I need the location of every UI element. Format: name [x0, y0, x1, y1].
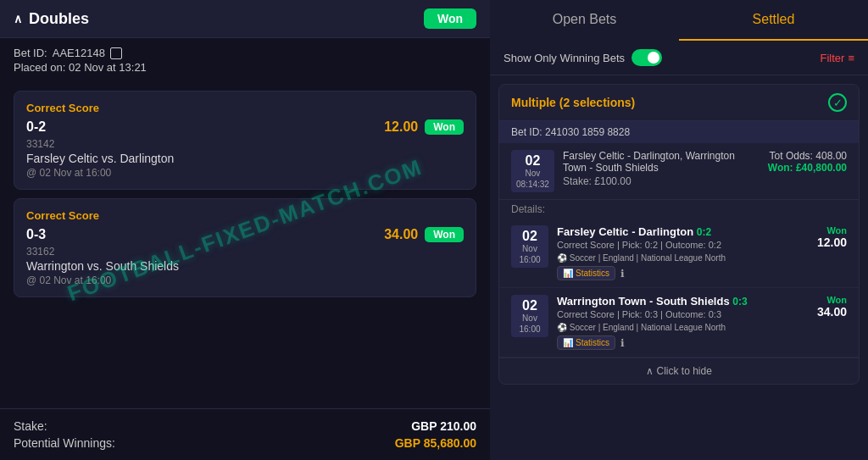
- bet-summary-row: 02 Nov 08:14:32 Farsley Celtic - Darling…: [499, 143, 859, 200]
- detail-row-2: 02 Nov 16:00 Warrington Town - South Shi…: [499, 288, 859, 357]
- card2-type: Correct Score: [26, 209, 464, 222]
- card1-ref: 33142: [26, 138, 464, 150]
- potential-row: Potential Winnings: GBP 85,680.00: [14, 436, 476, 450]
- summary-date-time: 08:14:32: [516, 180, 549, 189]
- bet-card-1: Correct Score 0-2 12.00 Won 33142 Farsle…: [14, 91, 476, 190]
- bar-chart-icon-2: 📊: [563, 338, 573, 347]
- multiple-label: Multiple (2 selections): [511, 96, 635, 109]
- stake-row: Stake: GBP 210.00: [14, 419, 476, 433]
- detail1-sub: Correct Score | Pick: 0:2 | Outcome: 0:2: [557, 240, 796, 250]
- card1-date: @ 02 Nov at 16:00: [26, 167, 464, 179]
- doubles-label: Doubles: [29, 10, 89, 28]
- won-amount: Won: £40,800.00: [754, 162, 847, 174]
- bet-id-bar: Bet ID: 241030 1859 8828: [499, 121, 859, 143]
- detail2-buttons: 📊 Statistics ℹ: [557, 335, 796, 350]
- detail2-info-icon[interactable]: ℹ: [620, 337, 625, 349]
- detail1-tags: ⚽ Soccer | England | National League Nor…: [557, 253, 796, 263]
- detail1-date-box: 02 Nov 16:00: [511, 225, 548, 268]
- tot-odds-value: 408.00: [815, 150, 847, 162]
- copy-icon[interactable]: [110, 47, 122, 59]
- bet-id-label: Bet ID:: [14, 47, 47, 59]
- detail1-info-icon[interactable]: ℹ: [620, 268, 625, 280]
- potential-value: GBP 85,680.00: [395, 436, 476, 450]
- tabs-row: Open Bets Settled: [490, 0, 868, 41]
- card1-type: Correct Score: [26, 102, 464, 114]
- tot-odds: Tot Odds: 408.00 Won: £40,800.00: [754, 150, 847, 174]
- card2-ref: 33162: [26, 246, 464, 258]
- detail2-teams: Warrington Town - South Shields 0:3: [557, 295, 796, 308]
- detail2-date-box: 02 Nov 16:00: [511, 295, 548, 337]
- detail1-sport-tags: ⚽ Soccer | England | National League Nor…: [557, 253, 726, 263]
- bet-summary-info: Farsley Celtic - Darlington, Warrington …: [563, 150, 745, 187]
- detail1-odds: Won 12.00: [804, 225, 847, 249]
- card1-odds: 12.00: [384, 119, 418, 135]
- detail1-time: 16:00: [516, 255, 543, 264]
- detail1-day: 02: [516, 229, 543, 244]
- potential-label: Potential Winnings:: [14, 436, 115, 450]
- card1-main-row: 0-2 12.00 Won: [26, 119, 464, 135]
- filter-label: Filter: [821, 52, 845, 64]
- doubles-title: ∧ Doubles: [14, 10, 89, 28]
- detail2-stats-button[interactable]: 📊 Statistics: [557, 335, 615, 350]
- check-icon: ✓: [828, 93, 847, 112]
- bet-cards: Correct Score 0-2 12.00 Won 33142 Farsle…: [0, 82, 490, 408]
- detail2-won: Won: [804, 295, 847, 305]
- detail2-odds: Won 34.00: [804, 295, 847, 319]
- tab-settled[interactable]: Settled: [679, 0, 868, 41]
- summary-date-month: Nov: [516, 169, 549, 178]
- stake-label: Stake:: [14, 419, 47, 433]
- card1-odds-won: 12.00 Won: [384, 119, 464, 135]
- show-winning-label: Show Only Winning Bets: [504, 52, 625, 64]
- summary-date-box: 02 Nov 08:14:32: [511, 150, 554, 192]
- placed-on-line: Placed on: 02 Nov at 13:21: [14, 61, 476, 74]
- bottom-summary: Stake: GBP 210.00 Potential Winnings: GB…: [0, 408, 490, 460]
- bet-block: Multiple (2 selections) ✓ Bet ID: 241030…: [498, 84, 860, 385]
- details-label: Details:: [499, 200, 859, 219]
- detail2-sport-tags: ⚽ Soccer | England | National League Nor…: [557, 323, 726, 332]
- winning-toggle[interactable]: [632, 49, 662, 66]
- detail2-sub: Correct Score | Pick: 0:3 | Outcome: 0:3: [557, 309, 796, 319]
- detail2-info: Warrington Town - South Shields 0:3 Corr…: [557, 295, 796, 350]
- detail1-teams: Farsley Celtic - Darlington 0:2: [557, 225, 796, 238]
- card2-score: 0-3: [26, 227, 46, 242]
- won-value: £40,800.00: [796, 162, 847, 174]
- bar-chart-icon: 📊: [563, 269, 573, 278]
- tot-odds-label-text: Tot Odds:: [770, 150, 813, 162]
- detail1-stats-button[interactable]: 📊 Statistics: [557, 266, 615, 280]
- won-badge: Won: [424, 8, 476, 29]
- placed-on-label: Placed on:: [14, 61, 65, 74]
- tab-open-bets[interactable]: Open Bets: [490, 0, 679, 41]
- bet-id-value: AAE12148: [53, 47, 105, 59]
- card1-won-badge: Won: [425, 119, 464, 135]
- right-panel: Open Bets Settled Show Only Winning Bets…: [490, 0, 868, 460]
- filter-button[interactable]: Filter ≡: [821, 52, 854, 64]
- click-to-hide[interactable]: ∧ Click to hide: [499, 357, 859, 384]
- filter-bar: Show Only Winning Bets Filter ≡: [490, 41, 868, 75]
- card2-odds-won: 34.00 Won: [384, 227, 464, 242]
- summary-teams: Farsley Celtic - Darlington, Warrington …: [563, 150, 745, 174]
- detail-row-1: 02 Nov 16:00 Farsley Celtic - Darlington…: [499, 219, 859, 288]
- detail2-time: 16:00: [516, 324, 543, 334]
- card2-main-row: 0-3 34.00 Won: [26, 227, 464, 242]
- summary-stake: Stake: £100.00: [563, 175, 745, 187]
- detail2-tags: ⚽ Soccer | England | National League Nor…: [557, 323, 796, 332]
- card2-won-badge: Won: [425, 227, 464, 242]
- chevron-up-icon: ∧: [14, 12, 22, 25]
- doubles-header: ∧ Doubles Won: [0, 0, 490, 38]
- detail1-odds-val: 12.00: [804, 236, 847, 249]
- bet-info: Bet ID: AAE12148 Placed on: 02 Nov at 13…: [0, 38, 490, 82]
- bet-id-line: Bet ID: AAE12148: [14, 47, 476, 59]
- stake-value: GBP 210.00: [411, 419, 476, 433]
- detail2-month: Nov: [516, 313, 543, 323]
- placed-on-value: 02 Nov at 13:21: [69, 61, 147, 74]
- card2-odds: 34.00: [384, 227, 418, 242]
- card2-match: Warrington vs. South Shields: [26, 259, 464, 273]
- won-label: Won:: [768, 162, 793, 174]
- filter-icon: ≡: [848, 52, 854, 64]
- bet-card-2: Correct Score 0-3 34.00 Won 33162 Warrin…: [14, 198, 476, 297]
- card2-date: @ 02 Nov at 16:00: [26, 274, 464, 286]
- filter-left: Show Only Winning Bets: [504, 49, 662, 66]
- tot-odds-label: Tot Odds: 408.00: [754, 150, 847, 162]
- card1-score: 0-2: [26, 119, 46, 135]
- summary-date-day: 02: [516, 153, 549, 169]
